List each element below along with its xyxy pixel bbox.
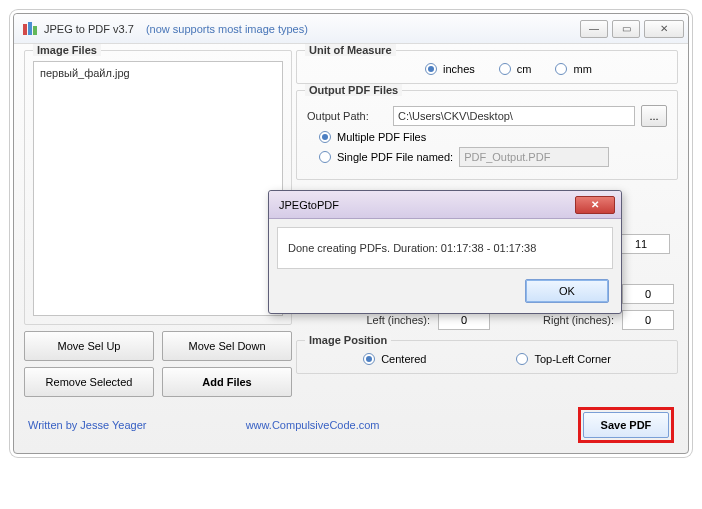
radio-label: Single PDF File named: (337, 151, 453, 163)
unit-inches-radio[interactable]: inches (425, 63, 475, 75)
margin-right-label: Right (inches): (543, 314, 614, 326)
unit-group: Unit of Measure inches cm mm (296, 50, 678, 84)
svg-rect-1 (28, 22, 32, 35)
radio-label: inches (443, 63, 475, 75)
output-path-label: Output Path: (307, 110, 387, 122)
radio-label: cm (517, 63, 532, 75)
author-link[interactable]: Written by Jesse Yeager (28, 419, 146, 431)
centered-radio[interactable]: Centered (363, 353, 426, 365)
topleft-radio[interactable]: Top-Left Corner (516, 353, 610, 365)
single-pdf-radio[interactable]: Single PDF File named: (319, 151, 453, 163)
done-dialog: JPEGtoPDF ✕ Done creating PDFs. Duration… (268, 190, 622, 314)
multiple-pdf-radio[interactable]: Multiple PDF Files (319, 131, 426, 143)
unit-title: Unit of Measure (305, 44, 396, 56)
output-group: Output PDF Files Output Path: C:\Users\C… (296, 90, 678, 180)
radio-dot-icon (555, 63, 567, 75)
remove-selected-button[interactable]: Remove Selected (24, 367, 154, 397)
margin-left-label: Left (inches): (366, 314, 430, 326)
save-pdf-button[interactable]: Save PDF (583, 412, 669, 438)
unit-cm-radio[interactable]: cm (499, 63, 532, 75)
radio-label: Top-Left Corner (534, 353, 610, 365)
minimize-button[interactable]: — (580, 20, 608, 38)
dialog-ok-button[interactable]: OK (525, 279, 609, 303)
add-files-button[interactable]: Add Files (162, 367, 292, 397)
maximize-button[interactable]: ▭ (612, 20, 640, 38)
dialog-title: JPEGtoPDF (279, 199, 339, 211)
radio-dot-icon (499, 63, 511, 75)
image-files-list[interactable]: первый_файл.jpg (33, 61, 283, 316)
close-button[interactable]: ✕ (644, 20, 684, 38)
single-pdf-name-field: PDF_Output.PDF (459, 147, 609, 167)
output-path-field[interactable]: C:\Users\CKV\Desktop\ (393, 106, 635, 126)
radio-label: Multiple PDF Files (337, 131, 426, 143)
radio-dot-icon (425, 63, 437, 75)
output-title: Output PDF Files (305, 84, 402, 96)
titlebar: JPEG to PDF v3.7 (now supports most imag… (14, 14, 688, 44)
list-item[interactable]: первый_файл.jpg (40, 66, 276, 80)
save-highlight: Save PDF (578, 407, 674, 443)
site-link[interactable]: www.CompulsiveCode.com (246, 419, 380, 431)
image-position-title: Image Position (305, 334, 391, 346)
svg-rect-2 (33, 26, 37, 35)
move-sel-down-button[interactable]: Move Sel Down (162, 331, 292, 361)
image-files-title: Image Files (33, 44, 101, 56)
svg-rect-0 (23, 24, 27, 35)
unit-mm-radio[interactable]: mm (555, 63, 591, 75)
margin-bottom-field[interactable]: 0 (622, 284, 674, 304)
dialog-titlebar: JPEGtoPDF ✕ (269, 191, 621, 219)
window-subtitle: (now supports most image types) (146, 23, 308, 35)
radio-label: Centered (381, 353, 426, 365)
window-title: JPEG to PDF v3.7 (44, 23, 134, 35)
radio-dot-icon (319, 131, 331, 143)
radio-dot-icon (363, 353, 375, 365)
dialog-message: Done creating PDFs. Duration: 01:17:38 -… (277, 227, 613, 269)
browse-button[interactable]: ... (641, 105, 667, 127)
app-icon (22, 21, 38, 37)
dialog-close-button[interactable]: ✕ (575, 196, 615, 214)
radio-dot-icon (516, 353, 528, 365)
radio-label: mm (573, 63, 591, 75)
image-files-group: Image Files первый_файл.jpg (24, 50, 292, 325)
radio-dot-icon (319, 151, 331, 163)
image-position-group: Image Position Centered Top-Left Corner (296, 340, 678, 374)
move-sel-up-button[interactable]: Move Sel Up (24, 331, 154, 361)
margin-right-field[interactable]: 0 (622, 310, 674, 330)
